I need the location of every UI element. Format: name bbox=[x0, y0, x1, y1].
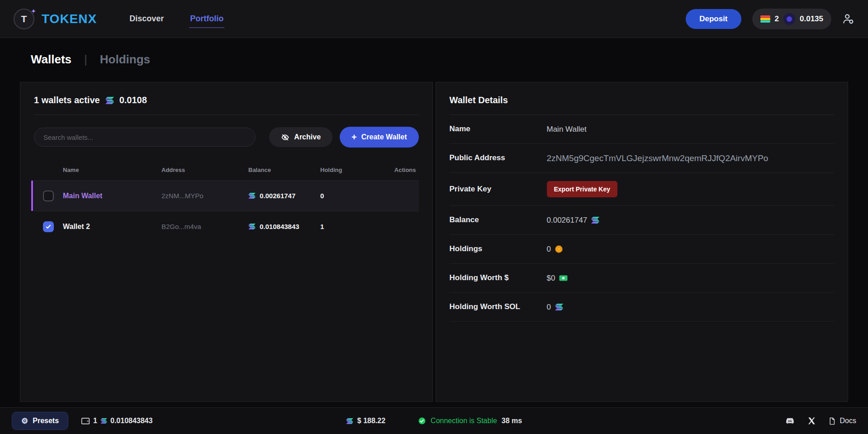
header-holding: Holding bbox=[320, 167, 375, 173]
balance-value-group: 0.00261747 bbox=[547, 216, 600, 225]
sol-price: $ 188.22 bbox=[346, 417, 385, 425]
archive-button[interactable]: Archive bbox=[269, 127, 332, 147]
public-address-value: 2zNM5g9CgecTmVLGJejzswrMnw2qemRJJfQ2Airv… bbox=[547, 153, 768, 163]
header-name: Name bbox=[63, 167, 161, 173]
active-wallets-summary: 1 wallets active bbox=[34, 95, 100, 105]
wallet-holding: 0 bbox=[320, 192, 375, 200]
wallet-name[interactable]: Wallet 2 bbox=[63, 223, 161, 231]
nav-link-portfolio[interactable]: Portfolio bbox=[189, 10, 224, 28]
cash-icon bbox=[559, 275, 568, 281]
header-actions: Actions bbox=[375, 167, 419, 173]
check-circle-icon bbox=[418, 417, 426, 425]
row-checkbox[interactable] bbox=[43, 221, 54, 232]
table-row[interactable]: Main Wallet 2zNM...MYPo 0.00261747 0 bbox=[34, 180, 419, 211]
selected-row-indicator bbox=[31, 181, 33, 211]
app-logo: T ✦ bbox=[14, 9, 34, 29]
solana-icon bbox=[346, 418, 353, 424]
coin-circle-icon bbox=[783, 13, 795, 25]
docs-label: Docs bbox=[840, 417, 856, 425]
navbar: T ✦ TOKENX Discover Portfolio Deposit 2 … bbox=[0, 0, 868, 38]
detail-row-balance: Balance 0.00261747 bbox=[450, 206, 835, 235]
solana-icon bbox=[105, 97, 114, 104]
holdings-label: Holdings bbox=[450, 243, 547, 255]
discord-icon[interactable] bbox=[785, 416, 795, 426]
solana-icon bbox=[248, 193, 256, 199]
detail-row-holding-worth-sol: Holding Worth SOL 0 bbox=[450, 293, 835, 322]
coin-icon bbox=[555, 245, 563, 253]
wallet-pill-balance: 0.0135 bbox=[800, 14, 823, 24]
holdings-value-group: 0 bbox=[547, 245, 563, 254]
wallet-address: 2zNM...MYPo bbox=[161, 192, 248, 200]
wallet-balance-cell: 0.010843843 bbox=[248, 223, 320, 230]
wallet-balance-pill[interactable]: 2 0.0135 bbox=[752, 9, 831, 29]
public-address-label: Public Address bbox=[450, 153, 547, 164]
tab-holdings[interactable]: Holdings bbox=[100, 52, 150, 67]
holding-worth-usd-value: $0 bbox=[547, 274, 555, 283]
holding-worth-sol-value: 0 bbox=[547, 303, 551, 312]
active-wallets-balance: 0.0108 bbox=[119, 95, 147, 105]
holding-worth-sol-label: Holding Worth SOL bbox=[450, 301, 547, 313]
sol-price-value: $ 188.22 bbox=[357, 417, 385, 425]
main-nav: Discover Portfolio bbox=[128, 10, 224, 28]
navbar-right: Deposit 2 0.0135 bbox=[686, 9, 854, 29]
gear-icon: ⚙ bbox=[21, 417, 28, 425]
balance-value: 0.00261747 bbox=[547, 216, 588, 225]
x-icon[interactable] bbox=[807, 417, 816, 425]
wallet-details-title: Wallet Details bbox=[450, 95, 508, 105]
footer-wallet-info: 1 0.010843843 bbox=[81, 416, 152, 425]
wallets-table: Name Address Balance Holding Actions Mai… bbox=[20, 159, 432, 242]
search-input[interactable] bbox=[34, 128, 256, 147]
solana-icon bbox=[248, 224, 256, 229]
nav-link-discover[interactable]: Discover bbox=[128, 10, 165, 28]
solana-icon bbox=[591, 217, 599, 224]
wallet-count-value: 2 bbox=[775, 14, 779, 24]
wallet-name[interactable]: Main Wallet bbox=[63, 192, 161, 200]
status-bar-left: ⚙ Presets 1 0.010843843 bbox=[12, 412, 346, 430]
docs-icon bbox=[828, 417, 836, 425]
private-key-label: Private Key bbox=[450, 184, 547, 195]
holding-worth-usd-label: Holding Worth $ bbox=[450, 272, 547, 284]
wallet-holding: 1 bbox=[320, 223, 375, 230]
status-bar: ⚙ Presets 1 0.010843843 bbox=[0, 407, 868, 434]
tab-divider: | bbox=[84, 52, 87, 67]
plus-icon: + bbox=[351, 133, 357, 142]
holdings-value: 0 bbox=[547, 245, 551, 254]
person-icon[interactable] bbox=[842, 13, 854, 25]
card-icon bbox=[760, 15, 770, 23]
wallets-panel-header: 1 wallets active 0.0108 bbox=[34, 82, 419, 115]
logo-star-icon: ✦ bbox=[31, 8, 36, 14]
wallets-panel: 1 wallets active 0.0108 bbox=[20, 82, 433, 402]
wallet-balance-value: 0.00261747 bbox=[260, 192, 295, 200]
connection-status-text: Connection is Stable bbox=[431, 417, 497, 425]
wallet-icon bbox=[81, 416, 90, 425]
solana-icon bbox=[555, 304, 563, 310]
balance-label: Balance bbox=[450, 215, 547, 226]
detail-row-holdings: Holdings 0 bbox=[450, 235, 835, 264]
docs-link[interactable]: Docs bbox=[828, 417, 856, 425]
header-address: Address bbox=[161, 167, 248, 173]
footer-wallet-count: 1 bbox=[93, 417, 97, 425]
export-private-key-button[interactable]: Export Private Key bbox=[547, 181, 618, 197]
connection-status: Connection is Stable 38 ms bbox=[418, 417, 522, 425]
wallet-balance-value: 0.010843843 bbox=[260, 223, 299, 230]
tab-wallets[interactable]: Wallets bbox=[31, 52, 71, 67]
name-value: Main Wallet bbox=[547, 125, 587, 134]
status-bar-center: $ 188.22 Connection is Stable 38 ms bbox=[346, 417, 522, 425]
detail-row-holding-worth-usd: Holding Worth $ $0 bbox=[450, 264, 835, 293]
detail-row-public-address: Public Address 2zNM5g9CgecTmVLGJejzswrMn… bbox=[450, 144, 835, 173]
wallets-table-header: Name Address Balance Holding Actions bbox=[34, 159, 419, 180]
wallet-balance-cell: 0.00261747 bbox=[248, 192, 320, 200]
presets-button[interactable]: ⚙ Presets bbox=[12, 412, 68, 430]
wallet-address: B2Go...m4va bbox=[161, 223, 248, 230]
wallet-details-rows: Name Main Wallet Public Address 2zNM5g9C… bbox=[450, 115, 835, 322]
row-checkbox[interactable] bbox=[43, 191, 54, 201]
brand-name: TOKENX bbox=[42, 12, 97, 26]
deposit-button[interactable]: Deposit bbox=[686, 9, 741, 29]
table-row[interactable]: Wallet 2 B2Go...m4va 0.010843843 1 bbox=[34, 211, 419, 242]
holding-worth-usd-group: $0 bbox=[547, 274, 568, 283]
latency-value: 38 ms bbox=[502, 417, 522, 425]
presets-label: Presets bbox=[33, 417, 59, 425]
holding-worth-sol-group: 0 bbox=[547, 303, 563, 312]
page-tabs: Wallets | Holdings bbox=[31, 52, 868, 67]
create-wallet-button[interactable]: + Create Wallet bbox=[340, 127, 418, 148]
